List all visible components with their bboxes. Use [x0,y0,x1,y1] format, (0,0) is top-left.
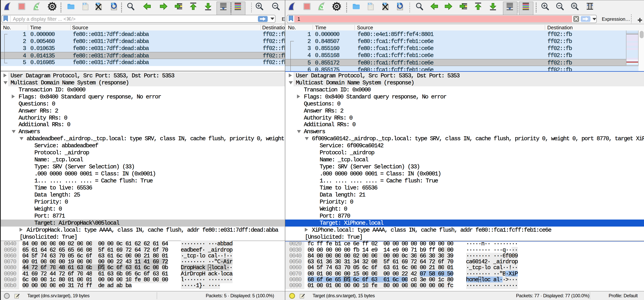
svg-text:01110: 01110 [83,8,88,10]
svg-text:01110: 01110 [368,8,374,10]
